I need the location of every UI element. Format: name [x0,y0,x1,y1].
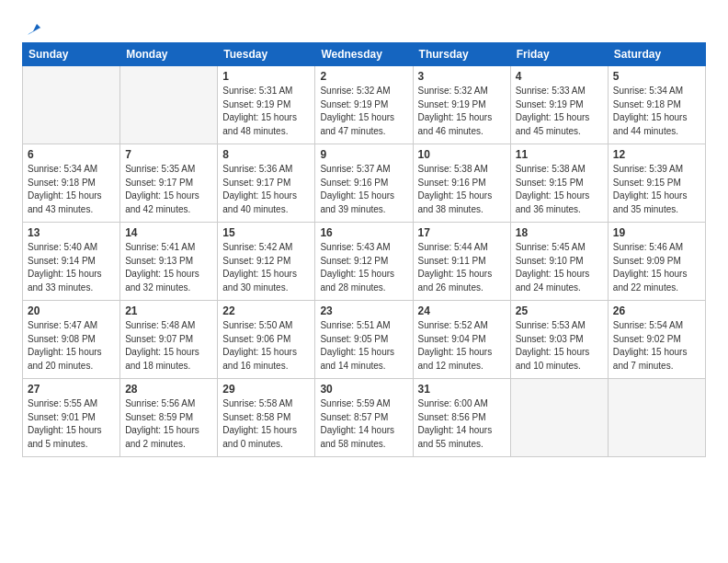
day-info: Sunrise: 5:43 AM Sunset: 9:12 PM Dayligh… [320,241,407,294]
calendar-cell: 15Sunrise: 5:42 AM Sunset: 9:12 PM Dayli… [218,223,315,301]
day-info: Sunrise: 5:35 AM Sunset: 9:17 PM Dayligh… [125,163,212,216]
day-of-week-header: Thursday [413,43,510,66]
day-number: 9 [320,148,407,161]
calendar-cell: 25Sunrise: 5:53 AM Sunset: 9:03 PM Dayli… [510,301,608,379]
calendar-cell: 7Sunrise: 5:35 AM Sunset: 9:17 PM Daylig… [120,144,218,223]
logo [22,18,44,35]
day-info: Sunrise: 5:47 AM Sunset: 9:08 PM Dayligh… [28,319,115,373]
calendar-cell [608,379,705,457]
day-info: Sunrise: 5:52 AM Sunset: 9:04 PM Dayligh… [418,319,506,373]
day-info: Sunrise: 5:33 AM Sunset: 9:19 PM Dayligh… [516,85,603,138]
logo-icon [24,18,44,39]
calendar-cell: 26Sunrise: 5:54 AM Sunset: 9:02 PM Dayli… [608,301,705,379]
day-info: Sunrise: 5:38 AM Sunset: 9:15 PM Dayligh… [516,163,603,216]
day-number: 13 [28,226,115,239]
day-number: 24 [418,304,506,317]
calendar-cell: 23Sunrise: 5:51 AM Sunset: 9:05 PM Dayli… [315,301,413,379]
calendar-cell: 24Sunrise: 5:52 AM Sunset: 9:04 PM Dayli… [413,301,510,379]
day-info: Sunrise: 5:37 AM Sunset: 9:16 PM Dayligh… [320,163,407,216]
calendar: SundayMondayTuesdayWednesdayThursdayFrid… [22,42,706,457]
day-info: Sunrise: 5:54 AM Sunset: 9:02 PM Dayligh… [613,319,700,373]
week-row: 20Sunrise: 5:47 AM Sunset: 9:08 PM Dayli… [23,301,706,379]
day-info: Sunrise: 5:53 AM Sunset: 9:03 PM Dayligh… [516,319,603,373]
calendar-cell: 21Sunrise: 5:48 AM Sunset: 9:07 PM Dayli… [120,301,218,379]
day-of-week-header: Sunday [23,43,120,66]
day-number: 26 [613,304,700,317]
day-number: 6 [28,148,115,161]
week-row: 1Sunrise: 5:31 AM Sunset: 9:19 PM Daylig… [23,66,706,144]
day-number: 7 [125,148,212,161]
week-row: 13Sunrise: 5:40 AM Sunset: 9:14 PM Dayli… [23,223,706,301]
calendar-cell: 8Sunrise: 5:36 AM Sunset: 9:17 PM Daylig… [218,144,315,223]
day-of-week-header: Monday [120,43,218,66]
calendar-cell: 28Sunrise: 5:56 AM Sunset: 8:59 PM Dayli… [120,379,218,457]
day-info: Sunrise: 5:32 AM Sunset: 9:19 PM Dayligh… [418,85,506,138]
day-number: 10 [418,148,506,161]
day-of-week-header: Wednesday [315,43,413,66]
day-info: Sunrise: 5:45 AM Sunset: 9:10 PM Dayligh… [516,241,603,294]
day-number: 20 [28,304,115,317]
calendar-cell: 13Sunrise: 5:40 AM Sunset: 9:14 PM Dayli… [23,223,120,301]
calendar-cell: 14Sunrise: 5:41 AM Sunset: 9:13 PM Dayli… [120,223,218,301]
calendar-cell: 22Sunrise: 5:50 AM Sunset: 9:06 PM Dayli… [218,301,315,379]
calendar-cell: 10Sunrise: 5:38 AM Sunset: 9:16 PM Dayli… [413,144,510,223]
day-of-week-header: Friday [510,43,608,66]
week-row: 27Sunrise: 5:55 AM Sunset: 9:01 PM Dayli… [23,379,706,457]
calendar-cell [510,379,608,457]
calendar-cell: 6Sunrise: 5:34 AM Sunset: 9:18 PM Daylig… [23,144,120,223]
calendar-header-row: SundayMondayTuesdayWednesdayThursdayFrid… [23,43,706,66]
day-number: 29 [222,383,310,396]
day-info: Sunrise: 5:34 AM Sunset: 9:18 PM Dayligh… [28,163,115,216]
day-info: Sunrise: 5:48 AM Sunset: 9:07 PM Dayligh… [125,319,212,373]
calendar-cell: 27Sunrise: 5:55 AM Sunset: 9:01 PM Dayli… [23,379,120,457]
calendar-cell: 2Sunrise: 5:32 AM Sunset: 9:19 PM Daylig… [315,66,413,144]
day-number: 14 [125,226,212,239]
day-number: 8 [222,148,310,161]
day-info: Sunrise: 5:39 AM Sunset: 9:15 PM Dayligh… [613,163,700,216]
day-number: 17 [418,226,506,239]
day-of-week-header: Saturday [608,43,705,66]
day-of-week-header: Tuesday [218,43,315,66]
calendar-cell: 4Sunrise: 5:33 AM Sunset: 9:19 PM Daylig… [510,66,608,144]
calendar-cell: 3Sunrise: 5:32 AM Sunset: 9:19 PM Daylig… [413,66,510,144]
day-number: 31 [418,383,506,396]
day-info: Sunrise: 5:56 AM Sunset: 8:59 PM Dayligh… [125,397,212,451]
calendar-cell: 20Sunrise: 5:47 AM Sunset: 9:08 PM Dayli… [23,301,120,379]
day-number: 11 [516,148,603,161]
day-info: Sunrise: 5:50 AM Sunset: 9:06 PM Dayligh… [222,319,310,373]
day-number: 21 [125,304,212,317]
day-number: 12 [613,148,700,161]
day-number: 19 [613,226,700,239]
day-number: 2 [320,70,407,83]
day-info: Sunrise: 6:00 AM Sunset: 8:56 PM Dayligh… [418,397,506,451]
day-number: 3 [418,70,506,83]
day-info: Sunrise: 5:38 AM Sunset: 9:16 PM Dayligh… [418,163,506,216]
week-row: 6Sunrise: 5:34 AM Sunset: 9:18 PM Daylig… [23,144,706,223]
calendar-cell [120,66,218,144]
day-number: 18 [516,226,603,239]
calendar-cell: 17Sunrise: 5:44 AM Sunset: 9:11 PM Dayli… [413,223,510,301]
day-info: Sunrise: 5:46 AM Sunset: 9:09 PM Dayligh… [613,241,700,294]
day-info: Sunrise: 5:41 AM Sunset: 9:13 PM Dayligh… [125,241,212,294]
day-info: Sunrise: 5:32 AM Sunset: 9:19 PM Dayligh… [320,85,407,138]
page-header [22,18,706,35]
calendar-cell: 29Sunrise: 5:58 AM Sunset: 8:58 PM Dayli… [218,379,315,457]
calendar-cell: 19Sunrise: 5:46 AM Sunset: 9:09 PM Dayli… [608,223,705,301]
day-number: 16 [320,226,407,239]
calendar-cell: 31Sunrise: 6:00 AM Sunset: 8:56 PM Dayli… [413,379,510,457]
calendar-cell: 9Sunrise: 5:37 AM Sunset: 9:16 PM Daylig… [315,144,413,223]
calendar-cell [23,66,120,144]
day-info: Sunrise: 5:31 AM Sunset: 9:19 PM Dayligh… [222,85,310,138]
day-info: Sunrise: 5:36 AM Sunset: 9:17 PM Dayligh… [222,163,310,216]
day-info: Sunrise: 5:55 AM Sunset: 9:01 PM Dayligh… [28,397,115,451]
day-info: Sunrise: 5:44 AM Sunset: 9:11 PM Dayligh… [418,241,506,294]
svg-marker-0 [28,24,44,35]
day-number: 30 [320,383,407,396]
day-info: Sunrise: 5:58 AM Sunset: 8:58 PM Dayligh… [222,397,310,451]
day-info: Sunrise: 5:34 AM Sunset: 9:18 PM Dayligh… [613,85,700,138]
day-info: Sunrise: 5:59 AM Sunset: 8:57 PM Dayligh… [320,397,407,451]
day-number: 4 [516,70,603,83]
day-number: 5 [613,70,700,83]
day-number: 23 [320,304,407,317]
calendar-cell: 30Sunrise: 5:59 AM Sunset: 8:57 PM Dayli… [315,379,413,457]
